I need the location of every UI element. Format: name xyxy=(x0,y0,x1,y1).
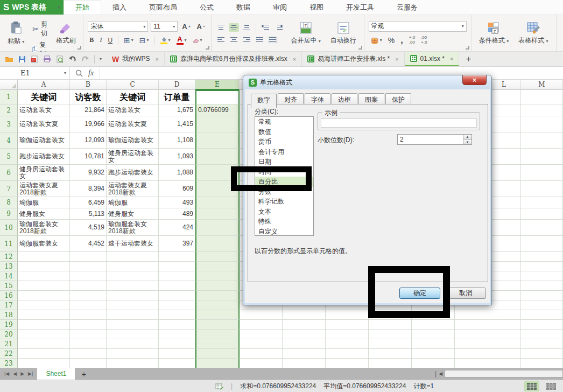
cell[interactable] xyxy=(107,262,159,271)
cell[interactable]: 订单量 xyxy=(159,90,195,104)
cell[interactable] xyxy=(107,281,159,291)
category-item[interactable]: 数值 xyxy=(255,127,313,137)
close-tab-icon[interactable]: × xyxy=(156,56,159,62)
alignment-dialog-launcher[interactable] xyxy=(358,46,362,50)
decrease-indent-button[interactable] xyxy=(260,23,271,32)
cell[interactable] xyxy=(195,271,240,281)
column-header-d[interactable]: D xyxy=(159,80,195,90)
last-sheet-button[interactable]: ▶| xyxy=(28,371,33,376)
row-header-7[interactable]: 7 xyxy=(0,181,18,197)
cell[interactable]: 健身房运动套装女 xyxy=(107,149,159,165)
first-sheet-button[interactable]: |◀ xyxy=(4,371,9,376)
cell[interactable] xyxy=(521,132,563,149)
cell[interactable]: 493 xyxy=(159,197,195,208)
cell[interactable] xyxy=(521,181,563,197)
cell[interactable]: 运动套装女夏2018新款 xyxy=(18,181,70,197)
cell[interactable] xyxy=(18,271,70,281)
cancel-button[interactable]: 取消 xyxy=(445,288,486,299)
cell[interactable] xyxy=(195,339,240,349)
cell[interactable]: 瑜伽服套装女2018新款 xyxy=(18,220,70,236)
decrease-font-button[interactable]: A− xyxy=(195,23,207,31)
cell[interactable] xyxy=(70,262,107,271)
cell[interactable] xyxy=(521,339,563,349)
cell[interactable] xyxy=(195,281,240,291)
cell[interactable] xyxy=(18,330,70,339)
row-header-14[interactable]: 14 xyxy=(0,271,18,281)
cell[interactable] xyxy=(487,359,521,368)
cell[interactable] xyxy=(521,349,563,359)
cell[interactable] xyxy=(159,330,195,339)
cell[interactable] xyxy=(107,359,159,368)
cell[interactable]: 12,093 xyxy=(70,132,107,149)
align-right-button[interactable] xyxy=(242,36,252,44)
cell[interactable]: 6,459 xyxy=(70,197,107,208)
cell[interactable] xyxy=(487,349,521,359)
cell[interactable] xyxy=(487,339,521,349)
cell[interactable] xyxy=(487,104,521,116)
menu-item[interactable]: 公式 xyxy=(188,0,225,15)
currency-format-button[interactable]: ¥▾ xyxy=(369,36,384,45)
column-header-b[interactable]: B xyxy=(70,80,107,90)
cell[interactable] xyxy=(240,320,487,330)
export-pdf-button[interactable]: P xyxy=(31,55,38,63)
paste-button[interactable]: 粘贴 ▾ xyxy=(4,18,27,49)
cell[interactable] xyxy=(240,359,487,368)
cell[interactable] xyxy=(487,262,521,271)
cell[interactable]: 运动套装女夏 xyxy=(107,116,159,132)
cell[interactable] xyxy=(195,116,240,132)
cell[interactable]: 运动套装女 xyxy=(107,104,159,116)
cell[interactable]: 健身服女 xyxy=(18,208,70,220)
font-color-button[interactable]: A▾ xyxy=(175,35,188,45)
cell[interactable] xyxy=(195,262,240,271)
category-item[interactable]: 自定义 xyxy=(255,227,313,236)
cell[interactable] xyxy=(195,320,240,330)
dialog-tab[interactable]: 数字 xyxy=(251,94,277,108)
cell[interactable] xyxy=(159,349,195,359)
cell[interactable] xyxy=(487,165,521,181)
clipboard-dialog-launcher[interactable] xyxy=(78,46,81,50)
cell[interactable] xyxy=(487,197,521,208)
cell[interactable] xyxy=(521,320,563,330)
cell[interactable] xyxy=(521,197,563,208)
cell[interactable]: 21,864 xyxy=(70,104,107,116)
print-preview-button[interactable] xyxy=(56,55,64,63)
row-header-10[interactable]: 10 xyxy=(0,220,18,236)
comma-format-button[interactable]: , xyxy=(399,35,404,46)
row-header-20[interactable]: 20 xyxy=(0,330,18,339)
cell[interactable] xyxy=(18,359,70,368)
cell[interactable] xyxy=(70,310,107,320)
cell[interactable] xyxy=(107,349,159,359)
cell[interactable] xyxy=(159,252,195,262)
cell[interactable] xyxy=(195,132,240,149)
dialog-close-button[interactable]: × xyxy=(462,75,487,85)
format-painter-button[interactable]: 格式刷 xyxy=(53,18,79,49)
cell[interactable]: 健身房运动套装女 xyxy=(18,165,70,181)
prev-sheet-button[interactable]: ◀ xyxy=(13,371,17,376)
category-item[interactable]: 会计专用 xyxy=(255,147,313,157)
cell[interactable] xyxy=(107,271,159,281)
cell[interactable] xyxy=(487,271,521,281)
cell[interactable] xyxy=(107,252,159,262)
name-box[interactable]: E1 ▾ xyxy=(0,67,70,79)
quick-access-more-button[interactable]: ▾ xyxy=(100,57,102,61)
cell[interactable] xyxy=(521,262,563,271)
row-header-11[interactable]: 11 xyxy=(0,236,18,252)
open-file-button[interactable] xyxy=(5,55,13,62)
cell[interactable] xyxy=(521,271,563,281)
cell[interactable]: 1,415 xyxy=(159,116,195,132)
row-header-2[interactable]: 2 xyxy=(0,104,18,116)
cell[interactable] xyxy=(195,330,240,339)
cell[interactable] xyxy=(240,349,487,359)
justify-button[interactable] xyxy=(255,36,265,44)
fx-icon[interactable]: fx xyxy=(88,69,94,78)
increase-indent-button[interactable] xyxy=(273,23,284,32)
cell[interactable] xyxy=(195,220,240,236)
cell[interactable] xyxy=(18,300,70,310)
cell[interactable] xyxy=(487,281,521,291)
cell[interactable] xyxy=(195,291,240,300)
cell[interactable] xyxy=(487,208,521,220)
cell[interactable] xyxy=(70,339,107,349)
table-style-button[interactable]: 表格样式 ▾ xyxy=(515,18,551,49)
cell[interactable] xyxy=(107,300,159,310)
cell[interactable] xyxy=(521,149,563,165)
